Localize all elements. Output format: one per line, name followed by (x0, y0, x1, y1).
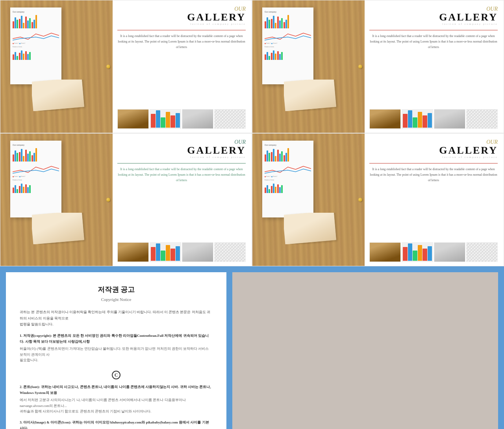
our-label-2: OUR (369, 6, 498, 12)
notice-intro-text: 귀하는 본 콘텐츠의 저작권이나 이용허락을 확인하는데 주의를 기울이시기 바… (20, 309, 213, 327)
collection-label-1: lection of company picture (117, 22, 246, 26)
thumb-bars-2 (402, 109, 433, 129)
thumb-bars-3 (150, 242, 181, 262)
paper-bar-chart-4 (265, 50, 311, 60)
slide-1: Our company (0, 0, 252, 133)
thumbs-4 (369, 242, 498, 262)
body-text-4: It is a long established fact that a rea… (369, 167, 498, 239)
slide-1-paper: Our company (10, 7, 61, 84)
thumbs-3 (117, 242, 246, 262)
notice-box: 저작권 공고 Copyright Notice 귀하는 본 콘텐츠의 저작권이나… (6, 272, 226, 429)
thumb-bars-1 (150, 109, 181, 129)
paper-company-title-2: Our company (265, 11, 311, 13)
slide-4-image: Our company (252, 134, 365, 266)
notice-c-logo: C (20, 368, 213, 382)
thumb-pattern-4 (466, 242, 498, 262)
bottom-section: 저작권 공고 Copyright Notice 귀하는 본 콘텐츠의 저작권이나… (0, 266, 504, 429)
slides-grid: Our company (0, 0, 504, 266)
collection-label-2: lection of company picture (369, 22, 498, 26)
paper-legend: Series 1 Series 2 (13, 43, 59, 44)
slide-2-image: Our company (252, 0, 365, 133)
door-knob-4 (358, 198, 362, 202)
paper-company-title-3: Our company (13, 144, 59, 146)
hand-paper-3 (32, 213, 103, 244)
slide-3: Our company (0, 133, 252, 266)
slide-3-info: OUR GALLERY lection of company picture I… (113, 134, 252, 266)
paper-bottom-label: Business Items (13, 46, 59, 48)
slide-2: Our company (252, 0, 504, 133)
paper-bar-chart-6 (13, 183, 59, 193)
paper-bottom-label-3: Business Items (13, 179, 59, 181)
notice-section-3: 3. 아이사(Image) & 아이콘(Icon): 귀하는 아이의 이미모만 … (20, 420, 213, 429)
slide-3-image: Our company (0, 134, 113, 266)
paper-legend-3: Series 1 Series 2 (13, 176, 59, 177)
slide-1-image: Our company (0, 0, 113, 133)
paper-company-title: Our company (13, 11, 59, 13)
notice-section-1: 1. 저작권(copyright): 본 콘텐츠의 모든 한 서비영인 권리와 … (20, 333, 213, 363)
thumb-gray-4 (434, 242, 465, 262)
right-placeholder (232, 272, 498, 429)
thumb-coffee-2 (369, 109, 401, 129)
slide-4-paper: Our company (262, 141, 313, 217)
gallery-label-4: GALLERY (369, 145, 498, 156)
gallery-label-1: GALLERY (117, 12, 246, 22)
slide-2-header: OUR GALLERY lection of company picture (369, 6, 498, 28)
our-label-3: OUR (117, 139, 246, 145)
thumb-gray-2 (434, 109, 465, 129)
slide-4: Our company (252, 133, 504, 266)
notice-section-title-1: 1. 저작권(copyright): 본 콘텐츠의 모든 한 서비영인 권리와 … (20, 333, 213, 344)
slide-3-header: OUR GALLERY lection of company picture (117, 139, 246, 161)
notice-section-body-2: 에서 저처편 고분규 사의의사나는기 나, 내이름의 나이름 콘텐츠 서비여해서… (20, 397, 213, 414)
paper-bottom-label-4: Business Items (265, 179, 311, 181)
our-label-4: OUR (369, 139, 498, 145)
thumb-pattern-3 (214, 242, 246, 262)
slide-1-info: OUR GALLERY lection of company picture I… (113, 0, 252, 133)
paper-bar-chart-5 (13, 148, 59, 162)
notice-section-title-3: 3. 아이사(Image) & 아이콘(Icon): 귀하는 아이의 이미모만 … (20, 420, 213, 429)
thumb-pattern-1 (214, 109, 246, 129)
thumb-gray-3 (182, 242, 213, 262)
slide-3-paper: Our company (10, 141, 61, 217)
paper-bar-chart-3 (265, 15, 311, 28)
divider-3 (117, 163, 246, 163)
notice-section-2: 2. 폰트(font): 귀하는 내비의 사고도나, 콘텐츠 폰트나, 내이름의… (20, 384, 213, 414)
gallery-label-2: GALLERY (369, 12, 498, 22)
body-text-2: It is a long established fact that a rea… (369, 33, 498, 106)
gallery-label-3: GALLERY (117, 145, 246, 156)
thumb-coffee-3 (117, 242, 149, 262)
slide-4-info: OUR GALLERY lection of company picture I… (365, 134, 504, 266)
hand-paper-1 (32, 80, 103, 111)
hand-paper-2 (284, 80, 355, 111)
paper-bar-chart-2 (13, 50, 59, 60)
hand-paper-4 (284, 213, 355, 244)
notice-title-korean: 저작권 공고 (20, 284, 213, 295)
door-knob-1 (106, 65, 110, 69)
notice-title-english: Copyright Notice (20, 296, 213, 303)
collection-label-4: lection of company picture (369, 156, 498, 159)
slide-4-header: OUR GALLERY lection of company picture (369, 139, 498, 161)
paper-bar-chart-8 (265, 183, 311, 193)
thumb-pattern-2 (466, 109, 498, 129)
thumb-bars-4 (402, 242, 433, 262)
paper-bar-chart (13, 15, 59, 28)
slide-2-info: OUR GALLERY lection of company picture I… (365, 0, 504, 133)
body-text-1: It is a long established fact that a rea… (117, 33, 246, 106)
paper-bar-chart-7 (265, 148, 311, 162)
divider-2 (369, 30, 498, 30)
thumb-gray-1 (182, 109, 213, 129)
thumb-coffee-1 (117, 109, 149, 129)
divider-1 (117, 30, 246, 30)
thumbs-1 (117, 109, 246, 129)
notice-section-title-2: 2. 폰트(font): 귀하는 내비의 사고도나, 콘텐츠 폰트나, 내이름의… (20, 384, 213, 396)
body-text-3: It is a long established fact that a rea… (117, 167, 246, 239)
slide-2-paper: Our company (262, 7, 313, 84)
paper-legend-2: Series 1 Series 2 (265, 43, 311, 44)
thumb-coffee-4 (369, 242, 401, 262)
divider-4 (369, 163, 498, 163)
collection-label-3: lection of company picture (117, 156, 246, 159)
door-knob-3 (106, 198, 110, 202)
copyright-symbol: C (112, 371, 120, 379)
notice-section-body-1: 허을여(이) (텍)를 콘텐츠되면이 가져대는 연단없습나 불허됩니다. 또한 … (20, 346, 213, 363)
paper-legend-4: Series 1 Series 2 (265, 176, 311, 177)
paper-bottom-label-2: Business Items (265, 46, 311, 48)
